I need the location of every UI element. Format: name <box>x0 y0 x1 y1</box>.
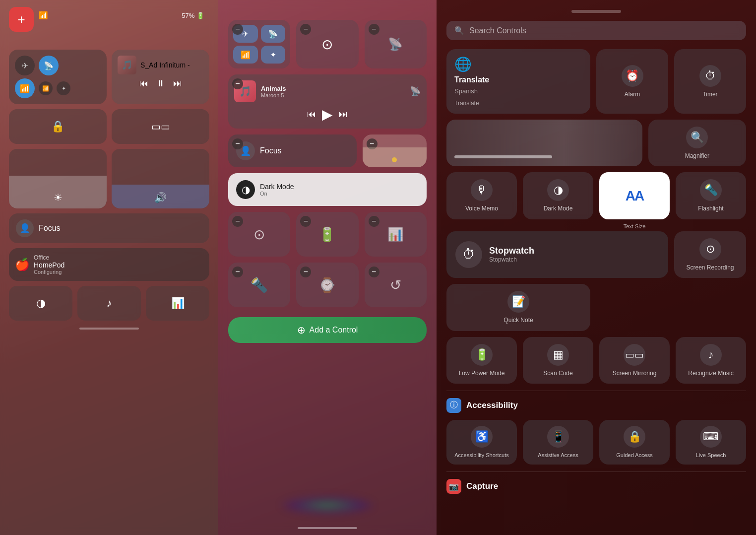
focus-label-p2: Focus <box>260 146 282 155</box>
translate-label: Translate <box>454 100 582 107</box>
add-control-button[interactable]: ⊕ Add a Control <box>228 317 427 343</box>
rotation-lock-button[interactable]: 🔒 <box>9 109 107 144</box>
dark-mode-label-p2: Dark Mode <box>260 183 294 191</box>
volume-icon: 🔊 <box>154 192 167 203</box>
low-power-label: Low Power Mode <box>459 370 505 377</box>
voice-memo-icon-p2: 📊 <box>387 227 403 242</box>
watch-tile[interactable]: − ⌚ <box>296 263 358 307</box>
add-button[interactable]: + <box>9 7 34 32</box>
dark-mode-tile-p3[interactable]: ◑ Dark Mode <box>523 172 593 219</box>
airdrop-button[interactable]: 📡 <box>39 56 59 75</box>
flashlight-tile-p2[interactable]: − 🔦 <box>228 263 290 307</box>
screen-record-tile[interactable]: − ⊙ <box>296 20 358 68</box>
text-size-aa: AA <box>626 188 643 204</box>
watch-icon: ⌚ <box>318 277 336 293</box>
play-pause-button[interactable]: ⏸ <box>156 78 165 89</box>
text-size-tile[interactable]: AA <box>599 172 670 219</box>
magnifier-icon: 🔍 <box>686 127 708 148</box>
stopwatch-icon: ⏱ <box>455 241 482 268</box>
low-power-icon: 🔋 <box>471 344 493 366</box>
focus-button[interactable]: 👤 Focus <box>9 213 209 243</box>
timer-tile-p2[interactable]: − ↺ <box>365 263 427 307</box>
search-bar[interactable]: 🔍 Search Controls <box>446 21 746 40</box>
scan-code-label: Scan Code <box>543 370 572 377</box>
airplay-tile[interactable]: − 📡 <box>365 20 427 68</box>
voice-memo-button[interactable]: 📊 <box>146 286 209 321</box>
brightness-slider-p2[interactable]: − <box>363 134 427 167</box>
stopwatch-tile[interactable]: ⏱ Stopwatch Stopwatch <box>446 231 668 278</box>
now-playing-tile: 🎵 S_Ad Infinitum - ⏮ ⏸ ⏭ <box>112 50 209 104</box>
screen-recording-label: Screen Recording <box>686 264 734 271</box>
guided-access-icon: 🔒 <box>624 426 645 448</box>
notch <box>571 10 621 13</box>
translate-icon: 🌐 <box>454 56 582 72</box>
assistive-access-tile[interactable]: 📱 Assistive Access <box>523 420 593 465</box>
voice-memo-tile-p3[interactable]: 🎙 Voice Memo <box>446 172 517 219</box>
quick-note-tile[interactable]: 📝 Quick Note <box>446 284 590 331</box>
remove-btn-3[interactable]: − <box>369 216 379 227</box>
alarm-tile[interactable]: ⏰ Alarm <box>596 49 668 114</box>
prev-btn-p2[interactable]: ⏮ <box>307 109 316 120</box>
remove-focus-button[interactable]: − <box>232 138 243 149</box>
screen-mirroring-tile-p3[interactable]: ▭▭ Screen Mirroring <box>599 337 670 384</box>
dark-mode-tile-p2[interactable]: − ◑ Dark Mode On <box>228 173 427 206</box>
airplay-btn[interactable]: 📡 <box>410 86 421 97</box>
low-power-tile[interactable]: 🔋 Low Power Mode <box>446 337 517 384</box>
translate-tile[interactable]: 🌐 Translate Spanish Translate <box>446 49 590 114</box>
flashlight-tile-p3[interactable]: 🔦 Flashlight <box>676 172 746 219</box>
recognize-music-tile[interactable]: ♪ Recognize Music <box>676 337 746 384</box>
screen-record-icon: ⊙ <box>321 36 333 53</box>
assistive-access-icon: 📱 <box>547 426 569 448</box>
timer-icon-p2: ↺ <box>390 277 401 293</box>
remove-connectivity-button[interactable]: − <box>232 24 243 35</box>
timer-tile[interactable]: ⏱ Timer <box>674 49 746 114</box>
remove-btn-1[interactable]: − <box>232 216 243 227</box>
remove-airplay-button[interactable]: − <box>369 24 379 35</box>
remove-btn-6[interactable]: − <box>369 267 379 277</box>
panel-3: 🔍 Search Controls 🌐 Translate Spanish Tr… <box>437 0 756 535</box>
focus-tile-p2[interactable]: − 👤 Focus <box>228 134 357 167</box>
live-speech-tile[interactable]: ⌨ Live Speech <box>676 420 746 465</box>
quick-note-icon: 📝 <box>507 291 529 313</box>
dark-mode-button[interactable]: ◑ <box>9 286 72 321</box>
remove-btn-4[interactable]: − <box>232 267 243 277</box>
accessibility-shortcuts-tile[interactable]: ♿ Accessibility Shortcuts <box>446 420 517 465</box>
magnifier-tile[interactable]: 🔍 Magnifier <box>648 120 746 166</box>
wifi-button[interactable]: 📶 <box>15 78 35 98</box>
flashlight-icon-p3: 🔦 <box>700 179 722 201</box>
volume-slider[interactable]: 🔊 <box>112 149 209 208</box>
next-btn-p2[interactable]: ⏭ <box>339 109 348 120</box>
shazam-button[interactable]: ♪ <box>77 286 141 321</box>
homepod-tile: 🍎 Office HomePod Configuring <box>9 248 209 281</box>
guided-access-tile[interactable]: 🔒 Guided Access <box>599 420 670 465</box>
remove-btn-5[interactable]: − <box>300 267 311 277</box>
airplane-mode-button[interactable]: ✈ <box>15 56 35 75</box>
remove-btn-2[interactable]: − <box>300 216 311 227</box>
accessibility-shortcuts-icon: ♿ <box>471 426 493 448</box>
screen-mirroring-button[interactable]: ▭▭ <box>112 109 209 144</box>
brightness-icon: ☀ <box>54 192 63 203</box>
remove-now-playing-button[interactable]: − <box>232 78 243 89</box>
scan-code-tile[interactable]: ▦ Scan Code <box>523 337 593 384</box>
remove-screen-record-button[interactable]: − <box>300 24 311 35</box>
voice-memo-tile[interactable]: − 📊 <box>365 212 427 257</box>
voice-memo-label-p3: Voice Memo <box>465 205 498 212</box>
brightness-slider[interactable]: ☀ <box>9 149 107 208</box>
dark-mode-icon-p3: ◑ <box>547 179 569 201</box>
flashlight-label-p3: Flashlight <box>698 205 723 212</box>
cellular-icon: 📶 <box>39 81 53 95</box>
battery-tile[interactable]: − 🔋 <box>296 212 358 257</box>
screen-mirroring-label-p3: Screen Mirroring <box>613 370 657 377</box>
brightness-slider-tile[interactable] <box>446 120 642 166</box>
screen-recording-tile[interactable]: ⊙ Screen Recording <box>674 231 746 278</box>
screen-record-btn-p2[interactable]: − ⊙ <box>228 212 290 257</box>
prev-button[interactable]: ⏮ <box>139 78 148 89</box>
translate-title: Translate <box>454 75 582 84</box>
live-speech-icon: ⌨ <box>700 426 722 448</box>
play-btn-p2[interactable]: ▶ <box>322 106 333 123</box>
next-button[interactable]: ⏭ <box>173 78 182 89</box>
flashlight-icon-p2: 🔦 <box>251 277 268 293</box>
text-size-label: Text Size <box>624 223 646 229</box>
alarm-label: Alarm <box>625 91 640 98</box>
wifi-icon-p2: 📶 <box>233 46 258 64</box>
